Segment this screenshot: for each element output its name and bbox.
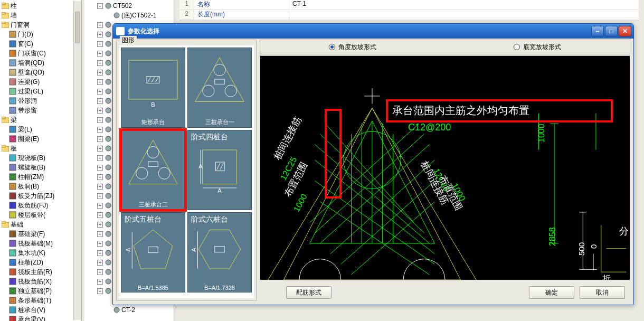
tree-item[interactable]: 集水坑(K) [1, 248, 81, 258]
preview-canvas[interactable]: 承台范围内主筋之外均匀布置 C12@200 桩间连接筋 12C25 布置范围 1… [260, 55, 630, 280]
minimize-button[interactable]: – [591, 26, 604, 36]
component-tree-item[interactable]: CT-2 [86, 305, 174, 315]
left-tree-scrollbar[interactable] [73, 1, 81, 320]
expand-toggle-icon[interactable]: + [97, 203, 103, 209]
prop-value[interactable] [289, 10, 639, 20]
close-button[interactable]: ✕ [619, 26, 631, 36]
tree-item[interactable]: 门窗洞 [1, 20, 81, 30]
expand-toggle-icon[interactable]: + [97, 127, 103, 133]
expand-toggle-icon[interactable]: + [97, 155, 103, 161]
tree-item[interactable]: 楼层板带( [1, 210, 81, 220]
tree-item[interactable]: 条形基础(T) [1, 296, 81, 305]
tree-item[interactable]: 板负筋(FJ) [1, 201, 81, 210]
svg-rect-12 [10, 88, 16, 95]
tree-item[interactable]: 筏板基础(M) [1, 239, 81, 248]
tree-item[interactable]: 壁龛(QD) [1, 68, 81, 77]
expand-toggle-icon[interactable]: + [97, 98, 103, 104]
expand-toggle-icon[interactable]: + [97, 108, 103, 114]
expand-toggle-icon[interactable]: + [97, 51, 103, 56]
tree-item[interactable]: 柱墩(ZD) [1, 258, 81, 267]
expand-toggle-icon[interactable]: + [97, 279, 103, 285]
tree-item[interactable]: 墙洞(QD) [1, 58, 81, 68]
shape-thumbnail[interactable]: 三桩承台二 [121, 130, 185, 210]
tree-item[interactable]: 板受力筋(ZJ) [1, 191, 81, 201]
tree-item[interactable]: 筏板主筋(R) [1, 267, 81, 277]
tree-item[interactable]: 独立基础(P) [1, 286, 81, 296]
tree-item[interactable]: 板洞(B) [1, 182, 81, 191]
shape-thumbnail[interactable]: B矩形承台 [121, 48, 185, 128]
expand-toggle-icon[interactable]: + [97, 174, 103, 180]
tree-item[interactable]: 带形洞 [1, 96, 81, 106]
expand-toggle-icon[interactable]: + [97, 22, 103, 28]
expand-toggle-icon[interactable]: + [97, 250, 103, 256]
expand-toggle-icon[interactable]: + [97, 146, 103, 152]
expand-toggle-icon[interactable]: + [97, 241, 103, 247]
rebar-config-button[interactable]: 配筋形式 [286, 286, 332, 299]
tree-item[interactable]: 现浇板(B) [1, 153, 81, 163]
tree-item[interactable]: 桩承台(V) [1, 305, 81, 315]
canvas-dim-500: 500 [577, 242, 586, 256]
niche-icon [8, 68, 17, 77]
svg-rect-3 [2, 12, 5, 14]
shape-thumbnail[interactable]: 三桩承台一 [187, 48, 252, 128]
tree-item[interactable]: 柱 [1, 1, 81, 11]
expand-toggle-icon[interactable]: + [97, 60, 103, 66]
cancel-button[interactable]: 取消 [580, 286, 625, 299]
tree-item[interactable]: 梁(L) [1, 125, 81, 134]
prop-value[interactable]: CT-1 [289, 0, 639, 10]
tree-item[interactable]: 圈梁(E) [1, 134, 81, 144]
tree-item[interactable]: 过梁(GL) [1, 87, 81, 96]
table-row[interactable]: 1 名称 CT-1 [179, 0, 639, 10]
radio-bottom-width-slope[interactable]: 底宽放坡形式 [445, 43, 630, 52]
expand-toggle-icon[interactable]: + [97, 288, 103, 294]
expand-toggle-icon[interactable]: + [97, 165, 103, 171]
expand-toggle-icon[interactable]: + [97, 222, 103, 228]
expand-toggle-icon[interactable]: + [97, 117, 103, 123]
expand-toggle-icon[interactable]: + [97, 89, 103, 95]
folder-icon [1, 21, 10, 29]
tree-item-label: CT502 [113, 2, 132, 10]
ring-icon [8, 135, 17, 143]
expand-toggle-icon[interactable]: + [97, 184, 103, 190]
tree-item[interactable]: 带形窗 [1, 106, 81, 115]
tree-item[interactable]: 柱帽(ZM) [1, 172, 81, 182]
shape-thumbnail[interactable]: A阶式五桩台B=A/1.5385 [121, 212, 185, 292]
component-tree-item[interactable]: -CT502 [86, 1, 174, 11]
tree-item[interactable]: 基础梁(F) [1, 229, 81, 239]
tree-item[interactable]: 板 [1, 144, 81, 153]
component-tree-item[interactable]: (底)CT502-1 [86, 11, 174, 20]
tree-item[interactable]: 螺旋板(B) [1, 163, 81, 172]
thumb-top-label: 阶式六桩台 [191, 215, 228, 224]
expand-toggle-icon[interactable]: + [97, 193, 103, 199]
svg-rect-88 [148, 162, 158, 166]
tree-item[interactable]: 墙 [1, 11, 81, 20]
expand-toggle-icon[interactable]: + [97, 269, 103, 275]
expand-toggle-icon[interactable]: + [97, 32, 103, 37]
expand-toggle-icon[interactable]: + [97, 79, 103, 85]
expand-toggle-icon[interactable]: + [97, 136, 103, 142]
expand-toggle-icon[interactable]: + [97, 260, 103, 266]
tree-item[interactable]: 窗(C) [1, 39, 81, 49]
radio-angle-slope[interactable]: 角度放坡形式 [260, 43, 445, 52]
tree-item[interactable]: 承台梁(V) [1, 315, 81, 321]
tree-item[interactable]: 筏板负筋(X) [1, 277, 81, 286]
expand-toggle-icon[interactable]: + [97, 231, 103, 237]
tree-item[interactable]: 门联窗(C) [1, 49, 81, 58]
ok-button[interactable]: 确定 [529, 286, 574, 299]
shape-thumbnail[interactable]: A阶式六桩台B=A/1.7326 [187, 212, 252, 292]
tree-item[interactable]: 梁 [1, 115, 81, 125]
tree-item[interactable]: 门(D) [1, 30, 81, 39]
table-row[interactable]: 2 长度(mm) [179, 10, 639, 20]
dialog-titlebar[interactable]: 参数化选择 – □ ✕ [113, 24, 633, 39]
expand-toggle-icon[interactable]: + [97, 212, 103, 218]
expand-toggle-icon[interactable]: - [97, 3, 103, 9]
expand-toggle-icon[interactable]: + [97, 41, 103, 47]
svg-rect-6 [10, 31, 16, 37]
maximize-button[interactable]: □ [605, 26, 618, 36]
tree-item[interactable]: 连梁(G) [1, 77, 81, 87]
shape-thumbnail[interactable]: AA阶式四桩台 [187, 130, 252, 210]
tree-item-label: 壁龛(QD) [18, 68, 44, 77]
tree-item[interactable]: 基础 [1, 220, 81, 229]
tree-item-label: 带形窗 [18, 106, 37, 115]
expand-toggle-icon[interactable]: + [97, 70, 103, 75]
